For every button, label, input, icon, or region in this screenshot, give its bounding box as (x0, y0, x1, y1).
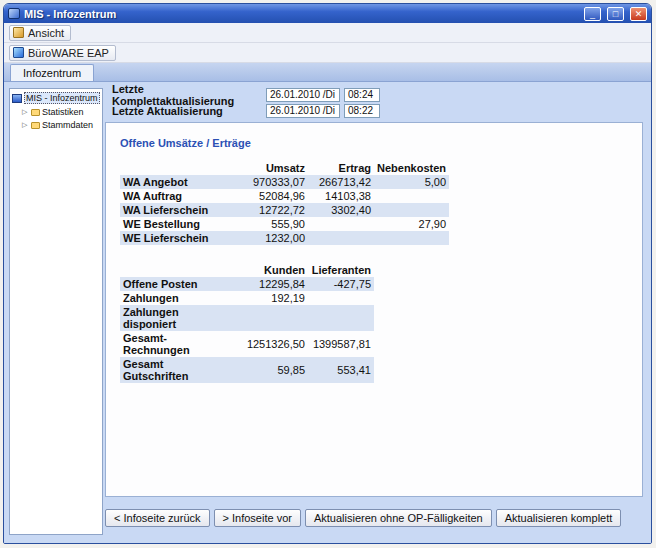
window-title: MIS - Infozentrum (24, 8, 578, 20)
table-row: Gesamt Gutschriften 59,85 553,41 (120, 357, 374, 383)
row-label: Gesamt Gutschriften (120, 357, 232, 383)
app-icon (8, 8, 20, 19)
cell-value: 970333,07 (232, 175, 308, 189)
cell-value: 12295,84 (232, 277, 308, 291)
folder-icon (31, 122, 40, 129)
column-header: Nebenkosten (374, 161, 449, 175)
bueroware-eap-button-label: BüroWARE EAP (28, 47, 109, 59)
cell-value: 52084,96 (232, 189, 308, 203)
last-full-update-date-field[interactable]: 26.01.2010 /Di (266, 88, 340, 102)
table-row: Offene Posten 12295,84 -427,75 (120, 277, 374, 291)
euro-app-icon (13, 47, 24, 58)
cell-value: 266713,42 (308, 175, 374, 189)
toolbar-row-1: Ansicht (4, 23, 651, 43)
close-button[interactable]: ✕ (630, 7, 647, 21)
table-header-row: Umsatz Ertrag Nebenkosten (120, 161, 449, 175)
last-update-date-field[interactable]: 26.01.2010 /Di (266, 104, 340, 118)
table-row: WE Lieferschein 1232,00 (120, 231, 449, 245)
umsaetze-table: Umsatz Ertrag Nebenkosten WA Angebot 970… (120, 161, 449, 245)
tree-item-statistiken[interactable]: ▷ Statistiken (22, 107, 100, 117)
cell-value (232, 305, 308, 331)
cell-value: 3302,40 (308, 203, 374, 217)
tree-item-label: Statistiken (42, 107, 84, 117)
aktualisieren-ohne-op-button[interactable]: Aktualisieren ohne OP-Fälligkeiten (305, 509, 492, 527)
cell-value: 27,90 (374, 217, 449, 231)
tab-infozentrum[interactable]: Infozentrum (10, 64, 94, 81)
table-header-row: Kunden Lieferanten (120, 263, 374, 277)
aktualisieren-komplett-button[interactable]: Aktualisieren komplett (496, 509, 622, 527)
application-window: MIS - Infozentrum _ □ ✕ Ansicht BüroWARE… (3, 3, 652, 544)
ansicht-button[interactable]: Ansicht (9, 25, 71, 41)
row-label: WA Lieferschein (120, 203, 232, 217)
header-spacer (120, 263, 232, 277)
table-row: Gesamt-Rechnungen 1251326,50 1399587,81 (120, 331, 374, 357)
info-panel: Offene Umsätze / Erträge Umsatz Ertrag N… (105, 122, 643, 497)
cell-value (308, 217, 374, 231)
table-row: Zahlungen 192,19 (120, 291, 374, 305)
maximize-button[interactable]: □ (607, 7, 624, 21)
infocenter-node-icon (12, 94, 22, 103)
navigation-tree: MIS - Infozentrum ▷ Statistiken ▷ Stammd… (9, 88, 103, 535)
table-row: WE Bestellung 555,90 27,90 (120, 217, 449, 231)
table-row: Zahlungen disponiert (120, 305, 374, 331)
row-label: WE Bestellung (120, 217, 232, 231)
column-header: Lieferanten (308, 263, 374, 277)
header-spacer (120, 161, 232, 175)
view-icon (13, 27, 24, 38)
last-full-update-row: Letzte Komplettaktualisierung 26.01.2010… (112, 87, 380, 102)
last-update-row: Letzte Aktualisierung 26.01.2010 /Di 08:… (112, 103, 380, 118)
cell-value: 1232,00 (232, 231, 308, 245)
infoseite-zurueck-button[interactable]: < Infoseite zurück (105, 509, 210, 527)
row-label: Zahlungen (120, 291, 232, 305)
row-label: Zahlungen disponiert (120, 305, 232, 331)
tree-item-label: Stammdaten (42, 120, 93, 130)
row-label: WA Angebot (120, 175, 232, 189)
posten-table: Kunden Lieferanten Offene Posten 12295,8… (120, 263, 374, 383)
folder-icon (31, 109, 40, 116)
row-label: Offene Posten (120, 277, 232, 291)
tree-root-label: MIS - Infozentrum (24, 92, 100, 104)
cell-value: 1251326,50 (232, 331, 308, 357)
cell-value: 192,19 (232, 291, 308, 305)
column-header: Umsatz (232, 161, 308, 175)
minimize-button[interactable]: _ (584, 7, 601, 21)
row-label: WE Lieferschein (120, 231, 232, 245)
cell-value (374, 231, 449, 245)
last-full-update-time-field[interactable]: 08:24 (344, 88, 380, 102)
cell-value: 5,00 (374, 175, 449, 189)
cell-value: 553,41 (308, 357, 374, 383)
column-header: Ertrag (308, 161, 374, 175)
cell-value (308, 231, 374, 245)
table-row: WA Auftrag 52084,96 14103,38 (120, 189, 449, 203)
last-update-label: Letzte Aktualisierung (112, 105, 266, 117)
cell-value: 59,85 (232, 357, 308, 383)
cell-value: 12722,72 (232, 203, 308, 217)
cell-value: -427,75 (308, 277, 374, 291)
tree-item-root[interactable]: MIS - Infozentrum (12, 92, 100, 104)
toolbar-row-2: BüroWARE EAP (4, 43, 651, 63)
row-label: Gesamt-Rechnungen (120, 331, 232, 357)
cell-value: 555,90 (232, 217, 308, 231)
panel-title: Offene Umsätze / Erträge (120, 137, 642, 149)
chevron-expand-icon[interactable]: ▷ (22, 121, 29, 129)
tree-item-stammdaten[interactable]: ▷ Stammdaten (22, 120, 100, 130)
footer-button-bar: < Infoseite zurück > Infoseite vor Aktua… (105, 509, 621, 527)
titlebar[interactable]: MIS - Infozentrum _ □ ✕ (4, 4, 651, 23)
cell-value (374, 203, 449, 217)
content-area: MIS - Infozentrum ▷ Statistiken ▷ Stammd… (4, 82, 651, 543)
cell-value: 14103,38 (308, 189, 374, 203)
cell-value (308, 305, 374, 331)
cell-value (308, 291, 374, 305)
bueroware-eap-button[interactable]: BüroWARE EAP (9, 45, 116, 61)
table-row: WA Lieferschein 12722,72 3302,40 (120, 203, 449, 217)
row-label: WA Auftrag (120, 189, 232, 203)
cell-value (374, 189, 449, 203)
ansicht-button-label: Ansicht (28, 27, 64, 39)
infoseite-vor-button[interactable]: > Infoseite vor (214, 509, 301, 527)
table-row: WA Angebot 970333,07 266713,42 5,00 (120, 175, 449, 189)
tab-strip: Infozentrum (4, 63, 651, 82)
cell-value: 1399587,81 (308, 331, 374, 357)
last-update-time-field[interactable]: 08:22 (344, 104, 380, 118)
chevron-expand-icon[interactable]: ▷ (22, 108, 29, 116)
column-header: Kunden (232, 263, 308, 277)
